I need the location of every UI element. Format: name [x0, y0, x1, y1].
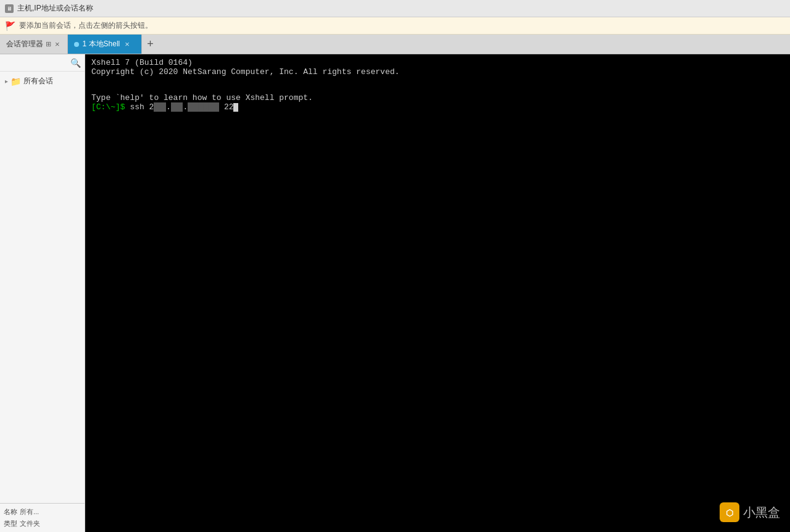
- terminal-line-blank: [91, 79, 784, 88]
- terminal-area[interactable]: Xshell 7 (Build 0164) Copyright (c) 2020…: [85, 54, 790, 532]
- flag-icon: 🚩: [5, 21, 15, 31]
- session-manager-button[interactable]: 会话管理器 ⊞ ×: [0, 35, 68, 54]
- footer-type-row: 类型 文件夹: [4, 518, 81, 530]
- tab-bar: 会话管理器 ⊞ × 1 本地Shell × +: [0, 35, 790, 54]
- sidebar-search-bar: 🔍: [0, 54, 85, 72]
- terminal-line-copyright: Copyright (c) 2020 NetSarang Computer, I…: [91, 67, 784, 77]
- search-icon[interactable]: 🔍: [70, 58, 81, 68]
- session-manager-label: 会话管理器: [6, 39, 43, 49]
- svg-text:⬡: ⬡: [726, 509, 733, 518]
- pin-icon[interactable]: ⊞: [46, 40, 51, 48]
- footer-type-label: 类型: [4, 519, 17, 528]
- sidebar-footer: 名称 所有... 类型 文件夹: [0, 503, 85, 532]
- title-bar: 🖥 主机,IP地址或会话名称: [0, 0, 790, 17]
- add-icon: +: [147, 38, 154, 51]
- cursor-block: [233, 103, 238, 112]
- add-tab-button[interactable]: +: [142, 35, 159, 54]
- terminal-line-title: Xshell 7 (Build 0164): [91, 58, 784, 67]
- footer-type-value: 文件夹: [20, 519, 40, 528]
- footer-name-value: 所有...: [20, 507, 39, 517]
- tree-item-label: 所有会话: [23, 76, 53, 86]
- folder-icon: 📁: [10, 77, 21, 86]
- watermark-logo-icon: ⬡: [720, 502, 739, 522]
- session-tree: ▸ 📁 所有会话: [0, 72, 85, 503]
- notice-bar: 🚩 要添加当前会话，点击左侧的箭头按钮。: [0, 17, 790, 35]
- prompt-path: [C:\~]$: [91, 102, 125, 112]
- tab-label: 1 本地Shell: [83, 39, 120, 49]
- footer-name-label: 名称: [4, 507, 17, 517]
- watermark-text: 小黑盒: [743, 504, 780, 521]
- tab-dot-icon: [74, 42, 79, 47]
- tree-arrow-icon: ▸: [5, 78, 8, 85]
- notice-text: 要添加当前会话，点击左侧的箭头按钮。: [19, 20, 152, 31]
- watermark: ⬡ 小黑盒: [720, 502, 780, 522]
- terminal-prompt-line: [C:\~]$ ssh 2██.██.███.██ 22: [91, 102, 784, 112]
- tree-item-all-sessions[interactable]: ▸ 📁 所有会话: [0, 74, 85, 88]
- footer-name-row: 名称 所有...: [4, 506, 81, 518]
- main-layout: 🔍 ▸ 📁 所有会话 名称 所有... 类型 文件夹 Xshell 7 (Bui…: [0, 54, 790, 532]
- session-manager-close-icon[interactable]: ×: [54, 39, 61, 49]
- prompt-command: ssh 2██.██.███.██ 22: [125, 102, 234, 112]
- terminal-line-help: Type `help' to learn how to use Xshell p…: [91, 93, 784, 102]
- title-bar-text: 主机,IP地址或会话名称: [17, 3, 93, 14]
- title-bar-icon: 🖥: [5, 4, 14, 13]
- tab-close-icon[interactable]: ×: [125, 39, 130, 49]
- sidebar: 🔍 ▸ 📁 所有会话 名称 所有... 类型 文件夹: [0, 54, 85, 532]
- active-tab[interactable]: 1 本地Shell ×: [68, 35, 142, 54]
